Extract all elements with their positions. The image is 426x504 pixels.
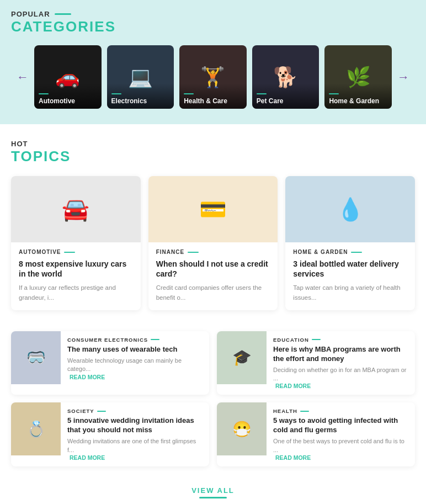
flu-category-text: HEALTH xyxy=(273,408,297,414)
electronics-label-text: Electronics xyxy=(111,97,170,105)
mba-body: EDUCATION Here is why MBA programs are w… xyxy=(267,331,415,395)
luxury-car-body: AUTOMOTIVE 8 most expensive luxury cars … xyxy=(11,242,141,310)
cat-dot-automotive xyxy=(39,93,49,95)
hot-label: HOT xyxy=(11,140,415,148)
cat-dot-pet xyxy=(257,93,267,95)
credit-card-desc: Credit card companies offer users the be… xyxy=(156,283,270,303)
cat-dot-home xyxy=(329,93,339,95)
category-card-home[interactable]: 🌿 Home & Garden xyxy=(324,45,392,109)
mba-desc: Deciding on whether go in for an MBA pro… xyxy=(273,366,408,383)
category-card-automotive[interactable]: 🚗 Automotive xyxy=(34,45,102,109)
popular-label: POPULAR xyxy=(11,10,415,18)
home-label-text: Home & Garden xyxy=(329,97,387,105)
cat-dot-electronics xyxy=(111,93,121,95)
bottled-water-image: 💧 xyxy=(285,176,415,242)
article-wearable-tech[interactable]: 🥽 CONSUMER ELECTRONICS The many uses of … xyxy=(11,331,209,395)
wedding-image: 💍 xyxy=(11,402,61,455)
credit-card-category-text: FINANCE xyxy=(156,249,184,255)
category-card-health[interactable]: 🏋️ Health & Care xyxy=(179,45,247,109)
credit-card-body: FINANCE When should I not use a credit c… xyxy=(148,242,278,310)
mba-read-more[interactable]: READ MORE xyxy=(275,383,311,389)
articles-row-1: 🥽 CONSUMER ELECTRONICS The many uses of … xyxy=(11,331,415,395)
wearable-tech-desc: Wearable technology usage can mainly be … xyxy=(67,357,203,374)
wearable-tech-title: The many uses of wearable tech xyxy=(67,345,203,354)
hot-topics-section: HOT TOPICS 🚘 AUTOMOTIVE 8 most expensive… xyxy=(0,124,426,331)
view-all-button[interactable]: VIEW ALL xyxy=(191,486,235,502)
view-all-wrap: VIEW ALL xyxy=(0,474,426,504)
articles-row-2: 💍 SOCIETY 5 innovative wedding invitatio… xyxy=(11,402,415,466)
luxury-car-cat-accent xyxy=(64,252,75,253)
wearable-tech-read-more[interactable]: READ MORE xyxy=(70,374,105,380)
luxury-car-title: 8 most expensive luxury cars in the worl… xyxy=(19,259,133,279)
pet-label-text: Pet Care xyxy=(257,97,315,105)
article-mba[interactable]: 🎓 EDUCATION Here is why MBA programs are… xyxy=(217,331,415,395)
categories-section: POPULAR CATEGORIES ← 🚗 Automotive 💻 Elec… xyxy=(0,0,426,124)
automotive-label-text: Automotive xyxy=(39,97,97,105)
hot-card-bottled-water[interactable]: 💧 HOME & GARDEN 3 ideal bottled water de… xyxy=(285,176,415,310)
hot-card-luxury-cars[interactable]: 🚘 AUTOMOTIVE 8 most expensive luxury car… xyxy=(11,176,141,310)
hot-cards-row: 🚘 AUTOMOTIVE 8 most expensive luxury car… xyxy=(11,176,415,310)
bottled-water-body: HOME & GARDEN 3 ideal bottled water deli… xyxy=(285,242,415,310)
carousel-prev-button[interactable]: ← xyxy=(11,70,34,84)
wearable-tech-cat-accent xyxy=(151,339,159,340)
flu-cat-accent xyxy=(300,411,309,412)
category-card-pet[interactable]: 🐕 Pet Care xyxy=(252,45,320,109)
hot-card-credit-card[interactable]: 💳 FINANCE When should I not use a credit… xyxy=(148,176,278,310)
flu-category: HEALTH xyxy=(273,408,408,414)
wearable-tech-image: 🥽 xyxy=(11,331,61,384)
bottled-water-title: 3 ideal bottled water delivery services xyxy=(293,259,407,279)
hot-text: HOT xyxy=(11,140,28,148)
category-card-electronics[interactable]: 💻 Electronics xyxy=(107,45,174,109)
wedding-category: SOCIETY xyxy=(67,408,203,414)
article-flu[interactable]: 😷 HEALTH 5 ways to avoid getting infecte… xyxy=(217,402,415,466)
bottled-water-category: HOME & GARDEN xyxy=(293,249,407,255)
luxury-car-category-text: AUTOMOTIVE xyxy=(19,249,61,255)
wearable-tech-category: CONSUMER ELECTRONICS xyxy=(67,337,203,343)
flu-body: HEALTH 5 ways to avoid getting infected … xyxy=(267,402,415,466)
bottled-water-desc: Tap water can bring a variety of health … xyxy=(293,283,407,303)
accent-line xyxy=(55,13,71,15)
popular-text: POPULAR xyxy=(11,10,50,18)
categories-list: 🚗 Automotive 💻 Electronics 🏋️ H xyxy=(34,45,392,109)
article-wedding[interactable]: 💍 SOCIETY 5 innovative wedding invitatio… xyxy=(11,402,209,466)
mba-category: EDUCATION xyxy=(273,337,408,343)
mba-desc-row: Deciding on whether go in for an MBA pro… xyxy=(273,366,408,390)
health-label: Health & Care xyxy=(179,83,247,109)
wearable-tech-category-text: CONSUMER ELECTRONICS xyxy=(67,337,148,343)
bottled-water-category-text: HOME & GARDEN xyxy=(293,249,348,255)
wedding-desc: Wedding invitations are one of the first… xyxy=(67,437,203,454)
categories-carousel: ← 🚗 Automotive 💻 Electronics 🏋️ xyxy=(11,45,415,109)
hot-title: TOPICS xyxy=(11,148,415,165)
wedding-body: SOCIETY 5 innovative wedding invitation … xyxy=(61,402,209,466)
carousel-next-button[interactable]: → xyxy=(392,70,415,84)
credit-card-cat-accent xyxy=(188,252,199,253)
articles-grid: 🥽 CONSUMER ELECTRONICS The many uses of … xyxy=(0,331,426,474)
wedding-category-text: SOCIETY xyxy=(67,408,94,414)
flu-read-more[interactable]: READ MORE xyxy=(275,454,311,461)
flu-title: 5 ways to avoid getting infected with co… xyxy=(273,416,408,435)
mba-image: 🎓 xyxy=(217,331,267,384)
luxury-car-category: AUTOMOTIVE xyxy=(19,249,133,255)
automotive-label: Automotive xyxy=(34,83,102,109)
cat-dot-health xyxy=(184,93,194,95)
credit-card-image: 💳 xyxy=(148,176,278,242)
health-label-text: Health & Care xyxy=(184,97,242,105)
wearable-tech-body: CONSUMER ELECTRONICS The many uses of we… xyxy=(61,331,209,395)
mba-title: Here is why MBA programs are worth the e… xyxy=(273,345,408,364)
bottled-water-cat-accent xyxy=(351,252,362,253)
wedding-desc-row: Wedding invitations are one of the first… xyxy=(67,437,203,461)
flu-desc: One of the best ways to prevent cold and… xyxy=(273,437,408,454)
mba-category-text: EDUCATION xyxy=(273,337,309,343)
wedding-title: 5 innovative wedding invitation ideas th… xyxy=(67,416,203,435)
electronics-label: Electronics xyxy=(107,83,174,109)
wearable-tech-desc-row: Wearable technology usage can mainly be … xyxy=(67,357,203,380)
home-label: Home & Garden xyxy=(324,83,392,109)
mba-cat-accent xyxy=(312,339,321,340)
luxury-car-image: 🚘 xyxy=(11,176,141,242)
luxury-car-desc: If a luxury car reflects prestige and gr… xyxy=(19,283,133,303)
credit-card-category: FINANCE xyxy=(156,249,270,255)
wedding-cat-accent xyxy=(97,411,106,412)
credit-card-title: When should I not use a credit card? xyxy=(156,259,270,279)
wedding-read-more[interactable]: READ MORE xyxy=(70,454,105,461)
flu-image: 😷 xyxy=(217,402,267,455)
